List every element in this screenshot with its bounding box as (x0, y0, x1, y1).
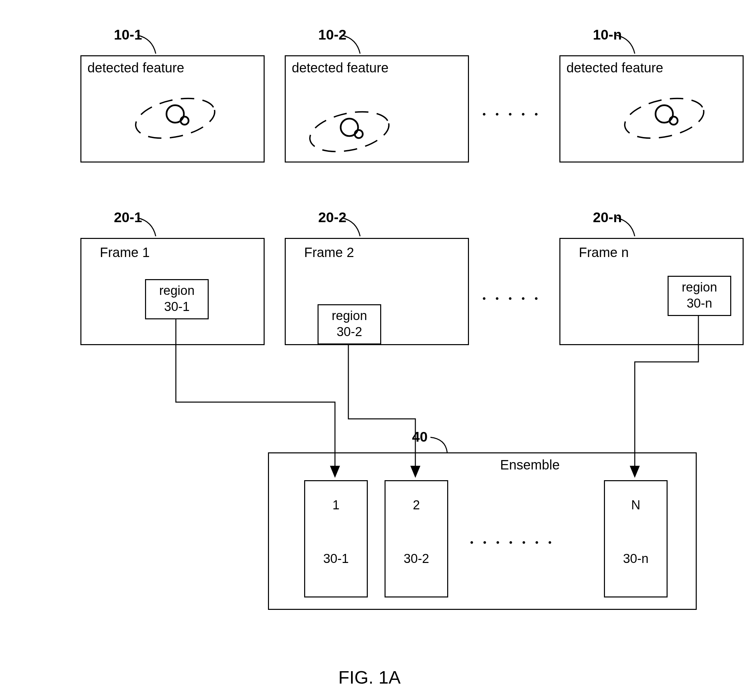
ensemble-slot-n: N 30-n (604, 480, 667, 597)
ellipsis-row1: ●●●●● (482, 111, 547, 118)
region-id-n: 30-n (669, 296, 730, 311)
leader-10-1 (136, 33, 176, 57)
region-text-1: region (146, 283, 208, 298)
leader-20-2 (340, 216, 380, 240)
leader-20-n (615, 216, 655, 240)
slotn-bot: 30-n (605, 552, 667, 566)
ellipsis-ensemble: ●●●●●●● (470, 539, 561, 546)
frame-label-n: Frame n (579, 245, 629, 260)
slot1-top: 1 (305, 498, 367, 512)
region-box-2: region 30-2 (318, 304, 381, 344)
frame-box-1: Frame 1 region 30-1 (80, 238, 265, 345)
detected-feature-label-2: detected feature (292, 60, 388, 75)
ensemble-label: Ensemble (500, 458, 560, 472)
frame-label-2: Frame 2 (304, 245, 354, 260)
feature-glyph-1 (128, 90, 222, 150)
detected-feature-box-2: detected feature (285, 55, 469, 162)
region-text-n: region (669, 280, 730, 295)
ensemble-box: Ensemble 1 30-1 2 30-2 ●●●●●●● N 30-n (268, 452, 697, 610)
ensemble-slot-1: 1 30-1 (304, 480, 368, 597)
ellipsis-row2: ●●●●● (482, 295, 547, 302)
leader-20-1 (136, 216, 176, 240)
ensemble-slot-2: 2 30-2 (385, 480, 448, 597)
ref-40: 40 (412, 429, 428, 445)
detected-feature-label-n: detected feature (566, 60, 663, 75)
figure-caption: FIG. 1A (338, 667, 401, 688)
detected-feature-label-1: detected feature (87, 60, 184, 75)
diagram-canvas: 10-1 detected feature 10-2 detected feat… (0, 0, 753, 700)
region-box-1: region 30-1 (145, 279, 209, 319)
slotn-top: N (605, 498, 667, 512)
region-id-2: 30-2 (318, 325, 380, 339)
region-id-1: 30-1 (146, 300, 208, 314)
detected-feature-box-1: detected feature (80, 55, 265, 162)
leader-10-n (615, 33, 655, 57)
slot1-bot: 30-1 (305, 552, 367, 566)
svg-point-3 (306, 106, 393, 158)
detected-feature-box-n: detected feature (560, 55, 744, 162)
slot2-bot: 30-2 (385, 552, 447, 566)
leader-10-2 (340, 33, 380, 57)
svg-point-6 (621, 92, 708, 144)
frame-box-2: Frame 2 region 30-2 (285, 238, 469, 345)
svg-point-0 (132, 92, 218, 144)
feature-glyph-n (617, 90, 711, 150)
region-box-n: region 30-n (667, 276, 731, 316)
frame-label-1: Frame 1 (100, 245, 150, 260)
frame-box-n: Frame n region 30-n (560, 238, 744, 345)
region-text-2: region (318, 309, 380, 323)
slot2-top: 2 (385, 498, 447, 512)
feature-glyph-2 (302, 106, 396, 160)
